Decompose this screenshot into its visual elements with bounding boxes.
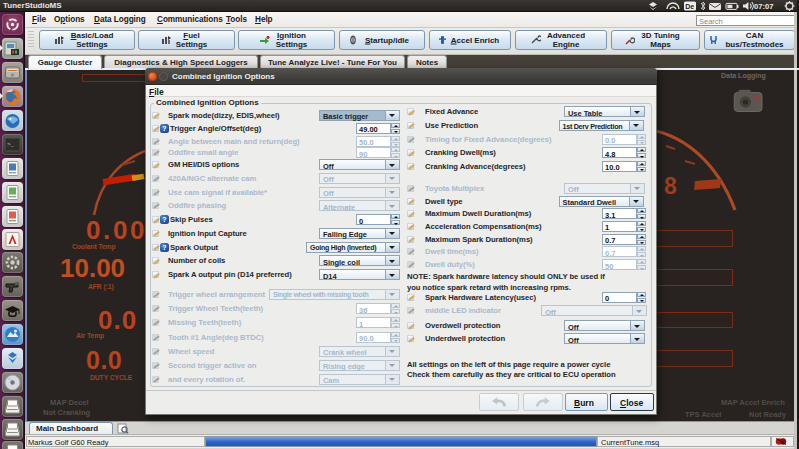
svg-text:De: De (685, 3, 694, 10)
svg-text:07:07: 07:07 (754, 2, 773, 11)
svg-text:>_: >_ (7, 141, 15, 148)
